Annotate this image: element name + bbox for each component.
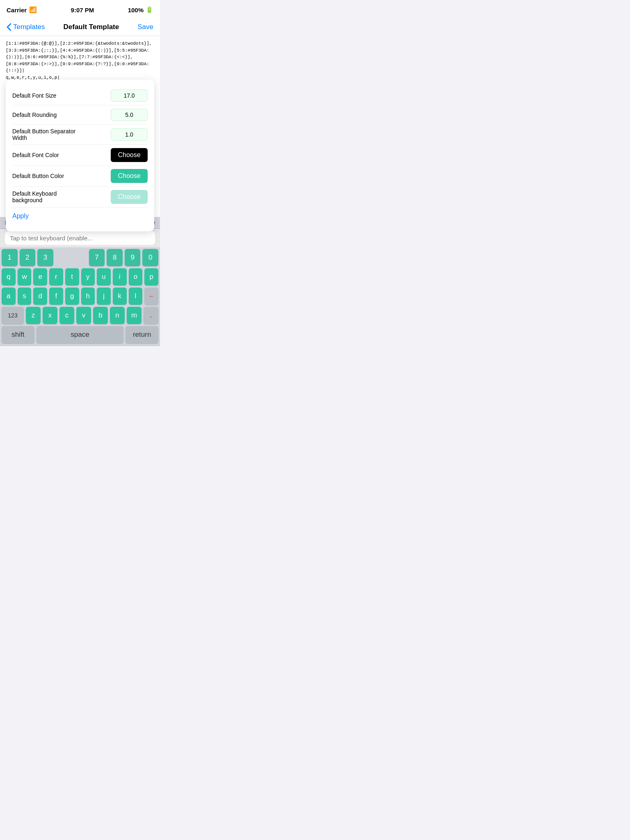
page-title: Default Template — [64, 23, 119, 31]
font-color-choose-button[interactable]: Choose — [111, 148, 148, 162]
space-key[interactable]: space — [37, 326, 124, 343]
key-c[interactable]: c — [59, 307, 74, 324]
key-o[interactable]: o — [129, 268, 143, 285]
font-size-row: Default Font Size — [12, 86, 148, 105]
row-bottom: shift space return — [2, 326, 158, 343]
key-w[interactable]: w — [18, 268, 32, 285]
status-right: 100% 🔋 — [128, 6, 153, 14]
row-qwerty: q w e r t y u i o p — [2, 268, 158, 285]
key-q[interactable]: q — [2, 268, 16, 285]
key-8[interactable]: 8 — [107, 249, 123, 266]
font-color-label: Default Font Color — [12, 152, 78, 158]
key-a[interactable]: a — [2, 288, 16, 305]
save-button[interactable]: Save — [137, 23, 153, 31]
return-key[interactable]: return — [126, 326, 158, 343]
carrier-label: Carrier — [7, 7, 27, 14]
status-time: 9:07 PM — [71, 7, 94, 14]
key-x[interactable]: x — [43, 307, 57, 324]
separator-row: Default Button Separator Width — [12, 125, 148, 145]
battery-label: 100% — [128, 7, 144, 14]
number-row: 1 2 3 7 8 9 0 — [2, 249, 158, 266]
battery-icon: 🔋 — [146, 6, 153, 14]
key-3[interactable]: 3 — [37, 249, 53, 266]
key-r[interactable]: r — [49, 268, 63, 285]
shift-key[interactable]: shift — [2, 326, 34, 343]
key-i[interactable]: i — [113, 268, 127, 285]
nav-bar: Templates Default Template Save — [0, 18, 160, 36]
row-zxcv: 123 z x c v b n m . — [2, 307, 158, 324]
settings-panel: Default Font Size Default Rounding Defau… — [6, 80, 154, 231]
status-left: Carrier 📶 — [7, 6, 37, 14]
key-b[interactable]: b — [93, 307, 108, 324]
apply-row: Apply — [12, 208, 148, 225]
separator-label: Default Button Separator Width — [12, 128, 78, 141]
font-size-input[interactable] — [111, 89, 148, 102]
rounding-input[interactable] — [111, 109, 148, 121]
key-period[interactable]: . — [144, 307, 158, 324]
key-e[interactable]: e — [33, 268, 47, 285]
rounding-row: Default Rounding — [12, 105, 148, 125]
wifi-icon: 📶 — [29, 6, 37, 14]
test-keyboard-input[interactable] — [5, 231, 155, 245]
key-l[interactable]: l — [129, 288, 143, 305]
key-j[interactable]: j — [97, 288, 111, 305]
key-p[interactable]: p — [144, 268, 158, 285]
key-9[interactable]: 9 — [125, 249, 141, 266]
key-z[interactable]: z — [26, 307, 41, 324]
key-1[interactable]: 1 — [2, 249, 18, 266]
back-label: Templates — [13, 23, 45, 31]
row-asdf: a s d f g h j k l ← — [2, 288, 158, 305]
back-button[interactable]: Templates — [7, 23, 45, 31]
key-s[interactable]: s — [18, 288, 32, 305]
key-7[interactable]: 7 — [89, 249, 105, 266]
key-g[interactable]: g — [65, 288, 79, 305]
font-color-row: Default Font Color Choose — [12, 145, 148, 166]
key-u[interactable]: u — [97, 268, 111, 285]
key-m[interactable]: m — [127, 307, 142, 324]
button-color-choose-button[interactable]: Choose — [111, 169, 148, 183]
test-input-bar — [0, 229, 160, 247]
key-v[interactable]: v — [76, 307, 91, 324]
key-d[interactable]: d — [33, 288, 47, 305]
keyboard: 1 2 3 7 8 9 0 q w e r t y u i o p a s d … — [0, 247, 160, 346]
keyboard-bg-choose-button[interactable]: Choose — [111, 190, 148, 204]
key-f[interactable]: f — [49, 288, 63, 305]
separator-input[interactable] — [111, 128, 148, 141]
apply-button[interactable]: Apply — [12, 211, 29, 221]
keyboard-bg-label: Default Keyboard background — [12, 190, 78, 203]
key-123[interactable]: 123 — [2, 307, 24, 324]
delete-key[interactable]: ← — [144, 288, 158, 305]
button-color-row: Default Button Color Choose — [12, 166, 148, 187]
keyboard-area: Hex Color helper Settings Help Preview 1… — [0, 217, 160, 346]
key-k[interactable]: k — [113, 288, 127, 305]
key-t[interactable]: t — [65, 268, 79, 285]
key-0[interactable]: 0 — [142, 249, 158, 266]
button-color-label: Default Button Color — [12, 173, 78, 179]
font-size-label: Default Font Size — [12, 92, 78, 99]
key-h[interactable]: h — [81, 288, 95, 305]
status-bar: Carrier 📶 9:07 PM 100% 🔋 — [0, 0, 160, 18]
key-y[interactable]: y — [81, 268, 95, 285]
keyboard-bg-row: Default Keyboard background Choose — [12, 187, 148, 208]
key-2[interactable]: 2 — [20, 249, 36, 266]
rounding-label: Default Rounding — [12, 112, 78, 118]
key-n[interactable]: n — [110, 307, 125, 324]
